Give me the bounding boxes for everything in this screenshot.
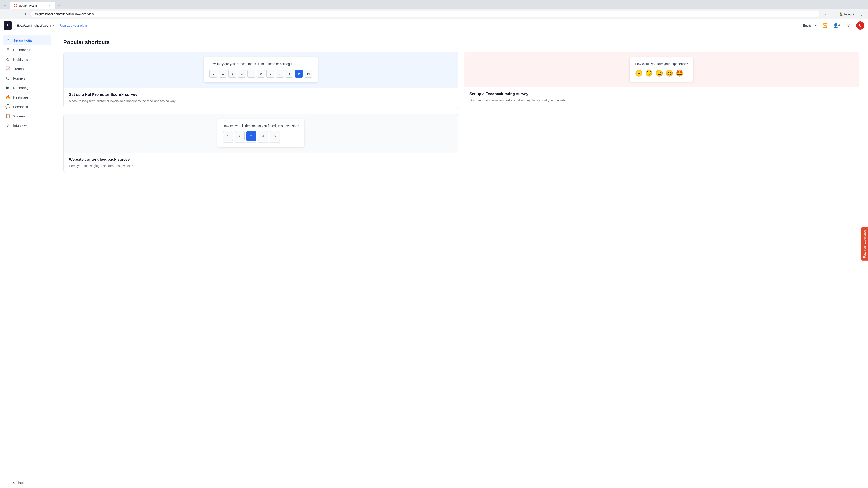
- expand-tab-btn[interactable]: ▼: [2, 2, 8, 8]
- sidebar-item-setup[interactable]: ⚙ Set up Hotjar: [3, 35, 51, 45]
- scale-btn-2[interactable]: 2: [235, 131, 245, 141]
- sidebar-icon-interviews: 🎙: [5, 123, 10, 128]
- address-actions: ☆ ▢ 🕵 Incognito ⋮: [821, 10, 865, 18]
- card-preview-nps: How likely are you to recommend us to a …: [64, 52, 458, 88]
- sidebar-label-trends: Trends: [13, 67, 24, 71]
- nps-btn-9[interactable]: 9: [295, 70, 303, 78]
- sidebar-item-funnels[interactable]: ⬡ Funnels: [3, 73, 51, 83]
- nps-btn-1[interactable]: 1: [219, 70, 227, 78]
- emoji-1[interactable]: 😟: [645, 70, 653, 77]
- card-feedback-rating[interactable]: How would you rate your experience? 😠😟😐😊…: [464, 52, 859, 108]
- sidebar-item-feedback[interactable]: 💬 Feedback: [3, 102, 51, 111]
- sidebar-item-surveys[interactable]: 📋 Surveys: [3, 111, 51, 121]
- upgrade-link[interactable]: Upgrade your plans: [60, 24, 88, 27]
- active-tab[interactable]: Setup - Hotjar ×: [10, 2, 55, 9]
- card-body-nps: Set up a Net Promoter Score® survey Meas…: [64, 88, 458, 108]
- main-layout: ⚙ Set up Hotjar ⊞ Dashboards ◇ Highlight…: [0, 32, 868, 488]
- logo-icon: S: [7, 24, 8, 27]
- nps-btn-5[interactable]: 5: [257, 70, 265, 78]
- incognito-badge: 🕵 Incognito: [839, 12, 856, 16]
- emoji-4[interactable]: 🤩: [676, 70, 684, 77]
- tab-navigation: ▼: [2, 2, 8, 8]
- language-selector[interactable]: English ▼: [803, 24, 817, 27]
- tab-close-button[interactable]: ×: [48, 4, 52, 7]
- sidebar-label-recordings: Recordings: [13, 86, 30, 90]
- app-header: S https://admin.shopify.com ▼ Upgrade yo…: [0, 19, 868, 32]
- more-button[interactable]: ⋮: [858, 10, 865, 18]
- scale-line: [223, 142, 233, 142]
- site-url-text: https://admin.shopify.com: [16, 24, 51, 27]
- card-content-feedback[interactable]: How relevant is the content you found on…: [63, 113, 458, 173]
- sidebar-item-trends[interactable]: 📈 Trends: [3, 64, 51, 73]
- scale-line: [235, 142, 245, 142]
- scale-widget: How relevant is the content you found on…: [217, 119, 305, 147]
- sidebar-bottom: ← Collapse: [3, 478, 51, 487]
- new-tab-button[interactable]: +: [56, 2, 62, 8]
- language-label: English: [803, 24, 813, 27]
- user-avatar[interactable]: U: [856, 22, 864, 30]
- nps-buttons: 012345678910: [209, 70, 312, 78]
- sidebar-item-heatmaps[interactable]: 🔥 Heatmaps: [3, 92, 51, 102]
- user-add-icon-button[interactable]: 👤+: [833, 22, 841, 30]
- sidebar-item-interviews[interactable]: 🎙 Interviews: [3, 121, 51, 130]
- help-icon-button[interactable]: ?: [844, 22, 852, 30]
- browser-chrome: ▼ Setup - Hotjar × + ← → ↻ insights.hotj…: [0, 0, 868, 19]
- reload-button[interactable]: ↻: [21, 10, 28, 18]
- nps-btn-2[interactable]: 2: [228, 70, 237, 78]
- card-desc-nps: Measure long-term customer loyalty and h…: [69, 99, 453, 103]
- emoji-2[interactable]: 😐: [655, 70, 663, 77]
- card-nps[interactable]: How likely are you to recommend us to a …: [63, 52, 458, 108]
- emoji-0[interactable]: 😠: [635, 70, 643, 77]
- card-preview-feedback-rating: How would you rate your experience? 😠😟😐😊…: [464, 52, 859, 87]
- scale-btn-5[interactable]: 5: [270, 131, 280, 141]
- sidebar-label-setup: Set up Hotjar: [13, 38, 33, 42]
- sidebar-item-recordings[interactable]: ▶ Recordings: [3, 83, 51, 92]
- collapse-icon: ←: [5, 480, 10, 485]
- nps-btn-3[interactable]: 3: [238, 70, 246, 78]
- tab-favicon: [13, 4, 17, 7]
- sidebar-label-highlights: Highlights: [13, 57, 28, 61]
- sidebar-icon-recordings: ▶: [5, 85, 10, 90]
- nps-btn-0[interactable]: 0: [209, 70, 217, 78]
- nps-btn-8[interactable]: 8: [285, 70, 293, 78]
- scale-line: [270, 142, 280, 142]
- forward-button[interactable]: →: [12, 10, 19, 18]
- site-logo: S: [4, 22, 12, 30]
- nps-btn-4[interactable]: 4: [247, 70, 255, 78]
- cards-grid: How likely are you to recommend us to a …: [63, 52, 859, 173]
- share-icon-button[interactable]: 🔁: [821, 22, 829, 30]
- sidebar-icon-feedback: 💬: [5, 104, 10, 109]
- sidebar-icon-highlights: ◇: [5, 57, 10, 62]
- language-dropdown-icon: ▼: [814, 24, 817, 27]
- scale-line: [246, 142, 256, 142]
- scale-btn-1[interactable]: 1: [223, 131, 233, 141]
- card-title-feedback-rating: Set up a Feedback rating survey: [469, 92, 853, 96]
- incognito-icon: 🕵: [839, 12, 843, 16]
- scale-buttons: 1 2 3 4 5: [223, 131, 299, 142]
- screenshot-button[interactable]: ▢: [830, 10, 837, 18]
- tab-bar: ▼ Setup - Hotjar × +: [0, 0, 868, 9]
- site-dropdown-icon[interactable]: ▼: [52, 24, 55, 27]
- emoji-row: 😠😟😐😊🤩: [635, 70, 688, 77]
- sidebar-icon-setup: ⚙: [5, 38, 10, 43]
- back-button[interactable]: ←: [3, 10, 10, 18]
- scale-btn-3[interactable]: 3: [246, 131, 256, 141]
- sidebar-item-highlights[interactable]: ◇ Highlights: [3, 55, 51, 64]
- nps-btn-6[interactable]: 6: [266, 70, 274, 78]
- rate-experience-tab[interactable]: Rate your experience: [861, 227, 868, 261]
- nps-btn-10[interactable]: 10: [304, 70, 312, 78]
- emoji-3[interactable]: 😊: [665, 70, 673, 77]
- card-desc-content-feedback: Does your messaging resonate? Find ways …: [69, 164, 453, 168]
- site-url: https://admin.shopify.com ▼: [16, 24, 55, 27]
- scale-btn-4[interactable]: 4: [258, 131, 268, 141]
- url-bar[interactable]: insights.hotjar.com/sites/3818347/overvi…: [30, 11, 819, 18]
- sidebar-icon-trends: 📈: [5, 66, 10, 71]
- scale-line: [258, 142, 268, 142]
- sidebar-item-collapse[interactable]: ← Collapse: [3, 478, 51, 487]
- nps-btn-7[interactable]: 7: [276, 70, 284, 78]
- card-desc-feedback-rating: Discover how customers feel and what the…: [469, 98, 853, 103]
- bookmark-button[interactable]: ☆: [821, 10, 829, 18]
- sidebar-label-surveys: Surveys: [13, 114, 25, 118]
- sidebar-item-dashboards[interactable]: ⊞ Dashboards: [3, 45, 51, 55]
- nps-question: How likely are you to recommend us to a …: [209, 62, 312, 66]
